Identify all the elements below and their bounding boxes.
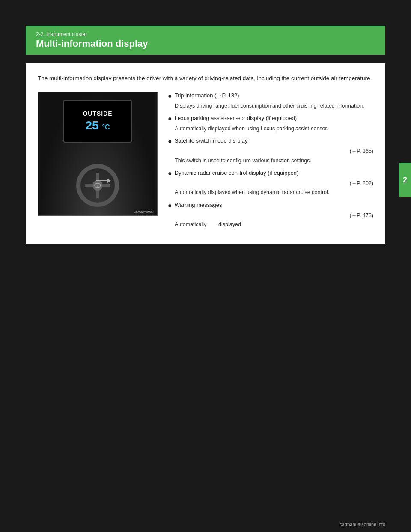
bullet-title-satellite: Satellite switch mode dis-play: [175, 137, 248, 145]
bullet-header-satellite: ● Satellite switch mode dis-play: [168, 137, 373, 146]
bullet-desc-radar: Automatically displayed when using dynam…: [168, 188, 373, 197]
bullet-header-trip: ● Trip information (→P. 182): [168, 92, 373, 101]
outside-display-screen: OUTSIDE 25 °C: [63, 100, 132, 143]
bullet-title-warning: Warning messages: [175, 201, 222, 209]
bullet-header-warning: ● Warning messages: [168, 201, 373, 211]
header-subtitle: 2-2. Instrument cluster: [36, 31, 385, 37]
bullet-desc-satellite: This switch is used to config-ure variou…: [168, 157, 373, 165]
bullet-item-satellite: ● Satellite switch mode dis-play (→P. 36…: [168, 137, 373, 165]
wheel-outer: L: [76, 164, 119, 207]
bullet-title-parking: Lexus parking assist-sen-sor display (if…: [175, 114, 297, 122]
bullet-item-trip: ● Trip information (→P. 182) Displays dr…: [168, 92, 373, 110]
svg-text:L: L: [97, 185, 98, 187]
bullet-title-trip: Trip information (→P. 182): [175, 92, 239, 99]
bullet-dot-radar: ●: [168, 168, 172, 179]
content-box: The multi-information display presents t…: [26, 63, 385, 244]
screen-temperature: 25 °C: [86, 119, 110, 132]
watermark: carmanualsonline.info: [340, 522, 385, 527]
bullet-desc-parking: Automatically displayed when using Lexus…: [168, 125, 373, 133]
header-title: Multi-information display: [36, 38, 385, 49]
header-bar: 2-2. Instrument cluster Multi-informatio…: [26, 26, 385, 55]
bullet-title-radar: Dynamic radar cruise con-trol display (i…: [175, 169, 299, 177]
bullet-dot-warning: ●: [168, 200, 172, 211]
bullet-desc-trip: Displays driving range, fuel consumption…: [168, 102, 373, 110]
wheel-center: L: [92, 180, 103, 191]
intro-text: The multi-information display presents t…: [38, 74, 373, 83]
bullet-desc-satellite-ref: (→P. 365): [168, 147, 373, 155]
bullet-item-warning: ● Warning messages (→P. 473) Automatical…: [168, 201, 373, 229]
bullet-dot-satellite: ●: [168, 136, 172, 146]
main-content: OUTSIDE 25 °C L: [38, 92, 373, 233]
chapter-tab: 2: [399, 163, 411, 197]
bullet-dot-parking: ●: [168, 114, 172, 124]
bullet-list: ● Trip information (→P. 182) Displays dr…: [168, 92, 373, 233]
image-caption: CLY22A8080: [134, 210, 154, 214]
bullet-item-parking: ● Lexus parking assist-sen-sor display (…: [168, 114, 373, 133]
bullet-desc-warning: Automatically displayed: [168, 221, 373, 229]
car-image: OUTSIDE 25 °C L: [38, 92, 158, 216]
arrow-pointer: [96, 180, 109, 181]
bullet-header-parking: ● Lexus parking assist-sen-sor display (…: [168, 114, 373, 124]
bullet-desc-warning-ref: (→P. 473): [168, 212, 373, 220]
bullet-item-radar: ● Dynamic radar cruise con-trol display …: [168, 169, 373, 197]
bullet-dot-trip: ●: [168, 91, 172, 101]
dashboard-bg: OUTSIDE 25 °C L: [38, 92, 157, 215]
screen-outside-label: OUTSIDE: [83, 110, 112, 117]
bullet-desc-radar-ref: (→P. 202): [168, 179, 373, 188]
steering-wheel: L: [76, 164, 119, 207]
chapter-number: 2: [403, 176, 407, 185]
bullet-header-radar: ● Dynamic radar cruise con-trol display …: [168, 169, 373, 179]
lexus-logo-icon: L: [94, 183, 101, 188]
